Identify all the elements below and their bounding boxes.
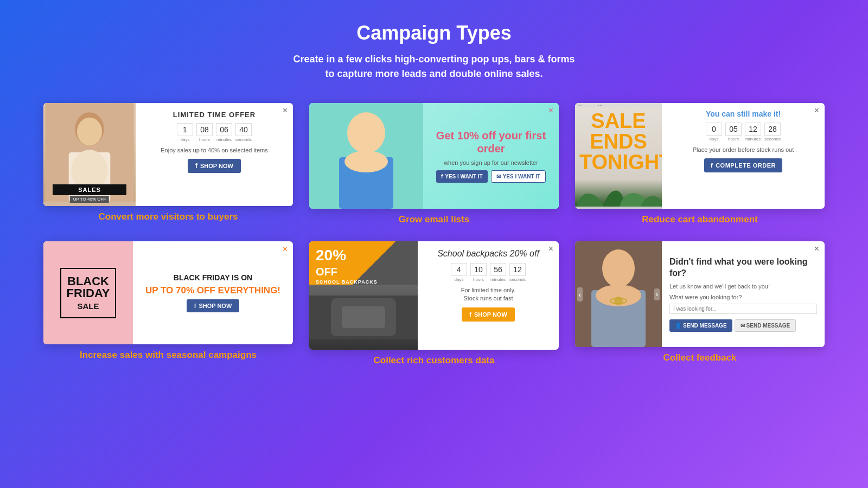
svg-point-17 [602,249,635,287]
campaign-card-email: × Get 10% off your first order when yo [309,103,559,209]
black-friday-box: BLACK FRIDAY SALE [60,268,117,318]
campaign-label-cart: Reduce cart abandonment [642,214,758,225]
card1-image: SALES UP TO 40% OFF [43,103,136,206]
timer5-days: 4 days [451,263,467,282]
timer-label-seconds: seconds [235,137,252,142]
shop-now-button-4[interactable]: f SHOP NOW [187,299,240,312]
send-message-btn-2[interactable]: ✉ SEND MESSAGE [735,319,796,332]
close-icon-6[interactable]: × [814,245,819,253]
campaign-cell-feedback: × › [575,241,825,366]
mail-icon-fb2: ✉ [741,323,745,329]
svg-point-2 [77,118,102,146]
mail-icon-email: ✉ [496,174,501,179]
card2-image [309,103,423,209]
bf-title-2: FRIDAY [67,287,110,299]
bp-title: School backpacks 20% off [437,249,539,259]
campaign-card-visitors: × SALES UP TO 40% OFF LIMITED TIME OFFE [43,103,293,206]
card1-desc: Enjoy sales up to 40% on selected items [161,146,268,155]
card3-image: »» ——— «« SALE ENDS TONIGHT [575,103,662,209]
campaign-card-seasonal: × BLACK FRIDAY SALE BLACK FRIDAY IS ON U… [43,241,293,344]
person6-image [575,241,662,347]
close-icon[interactable]: × [283,106,288,115]
campaigns-grid: × SALES UP TO 40% OFF LIMITED TIME OFFE [0,92,868,382]
facebook-icon-bf: f [194,303,196,309]
page-title: Campaign Types [0,22,868,44]
page-subtitle: Create in a few clicks high-converting p… [0,52,868,81]
timer3-minutes: 12 minutes [745,123,761,142]
sale-word-3: TONIGHT [579,152,658,172]
sale-word-1: SALE [579,111,658,131]
close-icon-3[interactable]: × [814,106,819,115]
feedback-input[interactable] [669,304,817,314]
send-message-btn-1[interactable]: 👤 SEND MESSAGE [669,319,732,332]
svg-rect-15 [342,306,385,328]
plant-decoration [575,179,662,207]
facebook-icon-bp: f [469,311,471,318]
yes-want-it-btn-2[interactable]: ✉ YES I WANT IT [491,170,546,183]
bf-sale-text: SALE [67,301,110,311]
you-can-text: You can still make it! [706,110,781,118]
person-icon-fb: 👤 [675,323,681,329]
timer-row-3: 0 days 05 hours 12 minutes 28 seconds [706,123,781,142]
email-subtitle: when you sign up for our newsletter [444,159,538,166]
close-icon-2[interactable]: × [548,106,553,115]
timer-label-hours: hours [199,137,210,142]
sale-text-block: SALE ENDS TONIGHT [575,107,662,172]
limited-time-offer-title: LIMITED TIME OFFER [173,111,256,119]
timer-seconds: 40 seconds [235,123,252,142]
campaign-cell-seasonal: × BLACK FRIDAY SALE BLACK FRIDAY IS ON U… [43,241,293,366]
card5-content: School backpacks 20% off 4 days 10 hours… [418,241,559,350]
card1-content: LIMITED TIME OFFER 1 days 08 hours 06 mi… [136,103,293,206]
facebook-icon-email1: f [441,174,443,179]
feedback-question: What were you looking for? [669,294,742,300]
bf-offer: UP TO 70% OFF EVERYTHING! [145,285,280,296]
email-title: Get 10% off your first order [431,129,551,155]
timer-num-hours: 08 [196,123,213,136]
timer-num-days: 1 [177,123,193,136]
complete-order-button[interactable]: f COMPLETE ORDER [704,158,782,172]
chevron-left-icon: ‹ [579,291,581,299]
timer3-days: 0 days [706,123,722,142]
campaign-cell-backpacks: × 20% OFF SCHOOL BACKPACKS School backpa… [309,241,559,366]
sale-word-2: ENDS [579,131,658,152]
timer-hours: 08 hours [196,123,213,142]
yes-want-it-btn-1[interactable]: f YES I WANT IT [436,170,488,183]
timer-label-minutes: minutes [216,137,232,142]
timer-num-minutes: 06 [216,123,232,136]
card6-content: Didn't find what you were looking for? L… [662,241,825,347]
chevron-up-icon: › [656,291,658,298]
timer5-minutes: 56 minutes [490,263,506,282]
facebook-icon-cart: f [711,162,713,169]
card4-image: BLACK FRIDAY SALE [43,241,133,344]
card3-desc: Place your order before stock runs out [693,146,794,154]
timer-days: 1 days [177,123,193,142]
campaign-label-visitors: Convert more visitors to buyers [99,211,238,222]
bp-desc: For limited time only. Stock runs out fa… [461,286,516,303]
campaign-cell-email: × Get 10% off your first order when yo [309,103,559,225]
timer-minutes: 06 minutes [216,123,232,142]
school-bp-label: SCHOOL BACKPACKS [316,279,411,285]
svg-point-6 [347,112,385,153]
timer-row-5: 4 days 10 hours 56 minutes 12 seconds [451,263,526,282]
svg-point-8 [344,151,388,172]
backpack-image-area [309,285,418,350]
close-icon-4[interactable]: × [283,245,288,254]
campaign-label-backpacks: Collect rich customers data [374,355,495,366]
feedback-btns: 👤 SEND MESSAGE ✉ SEND MESSAGE [669,319,796,332]
shop-now-button-1[interactable]: f SHOP NOW [188,159,241,173]
card5-image: 20% OFF SCHOOL BACKPACKS [309,241,418,350]
close-icon-5[interactable]: × [548,245,553,253]
email-btns: f YES I WANT IT ✉ YES I WANT IT [436,170,546,183]
bf-header: BLACK FRIDAY IS ON [174,273,252,282]
timer3-hours: 05 hours [725,123,742,142]
campaign-card-backpacks: × 20% OFF SCHOOL BACKPACKS School backpa… [309,241,559,350]
campaign-label-seasonal: Increase sales with seasonal campaigns [80,350,257,361]
page-header: Campaign Types Create in a few clicks hi… [0,0,868,92]
shop-now-button-5[interactable]: f SHOP NOW [462,307,515,322]
campaign-cell-visitors: × SALES UP TO 40% OFF LIMITED TIME OFFE [43,103,293,225]
card2-content: Get 10% off your first order when you si… [423,103,559,209]
facebook-icon-1: f [195,162,197,170]
pct-off: 20% OFF [316,248,411,278]
timer-row-1: 1 days 08 hours 06 minutes 40 seconds [177,123,252,142]
timer-label-days: days [181,137,190,142]
